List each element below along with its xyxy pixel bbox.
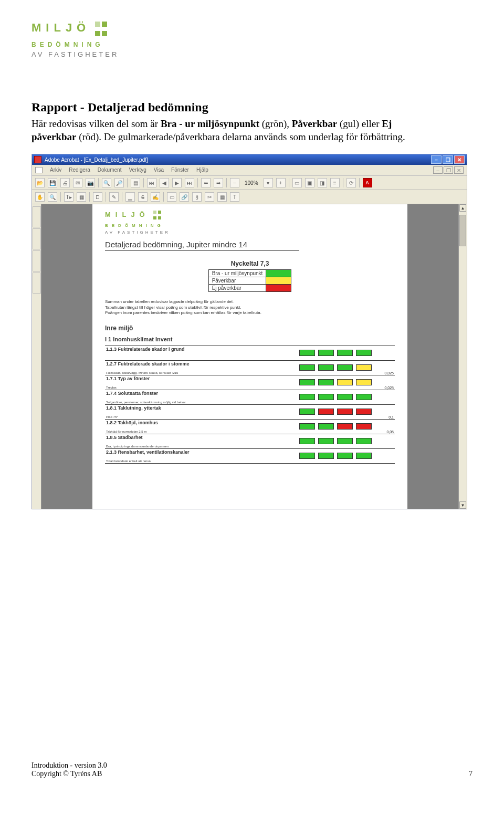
zoom-in-icon[interactable]: +	[276, 178, 286, 187]
row-desc: 1.2.7 Fuktrelaterade skador i stommeFukt…	[105, 361, 299, 375]
menu-verktyg[interactable]: Verktyg	[129, 167, 146, 173]
open-icon[interactable]: 📂	[35, 178, 45, 187]
menu-fonster[interactable]: Fönster	[171, 167, 189, 173]
note-line: Summan under tabellen redovisar lagpade …	[105, 299, 395, 305]
maximize-button[interactable]: ❐	[443, 155, 453, 164]
bookmarks-tab[interactable]	[33, 206, 41, 227]
zoom-level[interactable]: 100%	[243, 180, 260, 186]
row-desc: 1.7.4 Solutsatta fönsterSolgardiner, per…	[105, 390, 299, 404]
fit-page-icon[interactable]: ▣	[305, 178, 314, 187]
legend-label: Bra - ur miljösynpunkt	[208, 270, 266, 277]
comments-tab[interactable]	[33, 250, 41, 271]
scroll-thumb[interactable]	[459, 215, 466, 246]
acrobat-app-icon	[34, 156, 41, 163]
graphic-select-icon[interactable]: ▦	[77, 192, 86, 202]
rotate-icon[interactable]: ⟳	[346, 178, 356, 187]
content-area: MILJÖ BEDÖMNING AV FASTIGHETER Detaljera…	[32, 204, 467, 509]
doc-minimize-button[interactable]: –	[433, 166, 443, 174]
back-icon[interactable]: ⬅	[201, 178, 211, 187]
logo-line2: BEDÖMNING	[32, 41, 472, 48]
row-cells	[299, 449, 374, 463]
thread-icon[interactable]: §	[192, 192, 202, 202]
first-page-icon[interactable]: ⏮	[147, 178, 156, 187]
row-score: 0,025	[374, 371, 395, 375]
forward-icon[interactable]: ➡	[214, 178, 223, 187]
legend-swatch	[266, 270, 291, 277]
color-cell	[318, 379, 334, 385]
row-subtitle: Takhöjd för normalplan 2,5 m	[106, 430, 298, 433]
thumbnails-icon[interactable]: ▤	[131, 178, 140, 187]
text-select-icon[interactable]: T▸	[64, 192, 74, 202]
logo-squares-icon	[95, 21, 109, 40]
signature-icon[interactable]: ✍	[151, 192, 160, 202]
section-heading-2: I 1 Inomhusklimat Invent	[105, 336, 395, 342]
print-icon[interactable]: 🖨	[60, 178, 70, 187]
pencil-icon[interactable]: ✎	[109, 192, 119, 202]
color-cell	[337, 364, 353, 371]
link-tool-icon[interactable]: 🔗	[180, 192, 189, 202]
row-cells	[299, 405, 374, 419]
row-title: 2.1.3 Rensbarhet, ventilationskanaler	[106, 449, 298, 455]
row-desc: 1.7.1 Typ av fönsterTreglas	[105, 375, 299, 390]
table-row: 1.8.2 Takhöjd, inomhusTakhöjd för normal…	[105, 420, 395, 434]
highlight-icon[interactable]: ▁	[125, 192, 135, 202]
nav-pane-strip[interactable]	[32, 204, 41, 509]
vertical-scrollbar[interactable]: ▲ ▼	[458, 204, 467, 509]
row-title: 1.7.1 Typ av fönster	[106, 376, 298, 381]
color-cell	[356, 379, 372, 385]
doc-restore-button[interactable]: ❐	[444, 166, 453, 174]
color-cell	[337, 438, 353, 444]
doc-logo: MILJÖ BEDÖMNING AV FASTIGHETER	[32, 21, 472, 58]
table-row: 2.1.3 Rensbarhet, ventilationskanalerTot…	[105, 449, 395, 464]
prev-page-icon[interactable]: ◀	[160, 178, 169, 187]
hand-tool-icon[interactable]: ✋	[35, 192, 45, 202]
article-icon[interactable]: ▭	[167, 192, 176, 202]
save-icon[interactable]: 💾	[48, 178, 57, 187]
page-footer: Introduktion - version 3.0 Copyright © T…	[32, 761, 472, 778]
menu-dokument[interactable]: Dokument	[98, 167, 122, 173]
color-cell	[337, 350, 353, 356]
color-cell	[299, 438, 315, 444]
form-icon[interactable]: ▦	[217, 192, 227, 202]
row-title: 1.7.4 Solutsatta fönster	[106, 391, 298, 396]
close-button[interactable]: ✕	[454, 155, 465, 164]
thumbnails-tab[interactable]	[33, 228, 41, 249]
menu-redigera[interactable]: Redigera	[69, 167, 90, 173]
note-tool-icon[interactable]: 🗒	[93, 192, 102, 202]
strikeout-icon[interactable]: S̶	[138, 192, 148, 202]
color-cell	[318, 438, 334, 444]
zoom-dropdown-icon[interactable]: ▾	[264, 178, 273, 187]
color-cell	[299, 379, 315, 385]
para-text: Här redovisas vilken del som är	[32, 118, 161, 129]
scroll-down-arrow-icon[interactable]: ▼	[459, 501, 466, 509]
fit-width-icon[interactable]: ◨	[318, 178, 327, 187]
mail-icon[interactable]: ✉	[73, 178, 82, 187]
menu-arkiv[interactable]: Arkiv	[50, 167, 61, 173]
table-row: 1.8.1 Taklutning, yttertakPlatt <5°0,1	[105, 405, 395, 420]
legend-label: Påverkbar	[208, 277, 266, 285]
section-heading-1: Inre miljö	[105, 325, 395, 332]
zoom-out-icon[interactable]: −	[230, 178, 239, 187]
camera-icon[interactable]: 📷	[86, 178, 95, 187]
color-cell	[318, 409, 334, 415]
minimize-button[interactable]: –	[431, 155, 442, 164]
doc-close-button[interactable]: ✕	[454, 166, 464, 174]
footer-version: Introduktion - version 3.0	[32, 761, 107, 770]
signatures-tab[interactable]	[33, 273, 41, 294]
color-cell	[356, 438, 372, 444]
find-icon[interactable]: 🔍	[102, 178, 111, 187]
last-page-icon[interactable]: ⏭	[185, 178, 194, 187]
crop-icon[interactable]: ✂	[205, 192, 214, 202]
touchup-icon[interactable]: T	[230, 192, 239, 202]
scroll-up-arrow-icon[interactable]: ▲	[459, 204, 466, 212]
zoom-tool-icon[interactable]: 🔍	[48, 192, 57, 202]
menu-hjalp[interactable]: Hjälp	[196, 167, 208, 173]
pdf-logo-l3: AV FASTIGHETER	[105, 230, 395, 235]
search-icon[interactable]: 🔎	[114, 178, 124, 187]
actual-size-icon[interactable]: ▭	[292, 178, 302, 187]
adobe-logo-icon: A	[363, 178, 372, 187]
next-page-icon[interactable]: ▶	[172, 178, 182, 187]
reflow-icon[interactable]: ≡	[330, 178, 340, 187]
row-cells	[299, 375, 374, 390]
menu-visa[interactable]: Visa	[154, 167, 164, 173]
